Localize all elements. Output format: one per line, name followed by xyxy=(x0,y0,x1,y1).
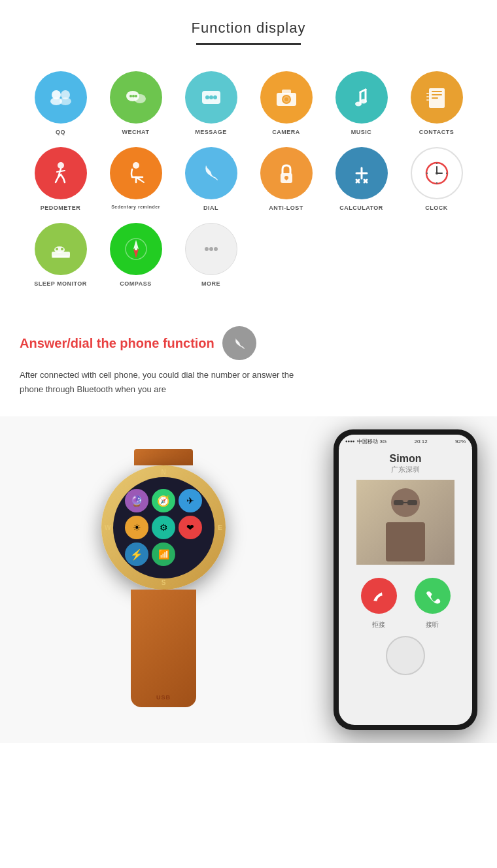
time-text: 20:12 xyxy=(415,439,428,444)
icon-item-wechat: WECHAT xyxy=(101,71,170,135)
svg-point-50 xyxy=(56,248,58,250)
icon-label-qq: QQ xyxy=(56,129,65,135)
svg-rect-26 xyxy=(426,96,429,97)
svg-point-8 xyxy=(135,95,137,97)
icon-circle-pedometer xyxy=(35,147,87,199)
icon-item-qq: QQ xyxy=(26,71,95,135)
dial-icon-circle xyxy=(222,326,256,360)
phone-screen: ●●●● 中国移动 3G 20:12 92% Simon 广东深圳 xyxy=(339,435,472,725)
svg-rect-23 xyxy=(432,94,442,95)
svg-rect-25 xyxy=(426,93,429,94)
icon-circle-camera xyxy=(260,71,313,124)
icon-item-clock: CLOCK xyxy=(402,147,471,211)
icons-grid: QQ WECHAT MESSAGE xyxy=(0,65,497,300)
icon-item-message: MESSAGE xyxy=(177,71,245,135)
svg-point-17 xyxy=(284,97,288,101)
svg-rect-22 xyxy=(432,91,442,92)
accept-button[interactable] xyxy=(415,578,451,614)
svg-point-57 xyxy=(209,247,213,251)
svg-point-11 xyxy=(209,95,213,99)
icon-item-calculator: CALCULATOR xyxy=(327,147,396,211)
dial-section: Answer/dial the phone function After con… xyxy=(0,300,497,410)
icon-label-calculator: CALCULATOR xyxy=(339,205,383,211)
product-section: N E S W 🔮 🧭 ✈ ☀ ⚙ ❤ ⚡ 📶 USB xyxy=(0,416,497,743)
icon-circle-more xyxy=(185,223,237,275)
icon-circle-qq xyxy=(35,71,87,124)
icon-label-contacts: CONTACTS xyxy=(419,129,454,135)
icon-circle-wechat xyxy=(110,71,162,124)
dial-title-row: Answer/dial the phone function xyxy=(20,326,477,360)
svg-point-3 xyxy=(60,97,71,105)
icon-label-clock: CLOCK xyxy=(425,205,448,211)
icon-label-message: MESSAGE xyxy=(195,129,227,135)
icon-circle-sedentary xyxy=(110,147,162,199)
svg-rect-48 xyxy=(52,256,70,258)
svg-rect-60 xyxy=(386,522,425,561)
svg-point-56 xyxy=(205,247,209,251)
icon-circle-dial xyxy=(185,147,237,199)
icon-label-more: MORE xyxy=(201,280,220,287)
title-underline xyxy=(196,43,301,45)
icon-item-more: MORE xyxy=(177,223,245,287)
caller-location: 广东深圳 xyxy=(339,465,472,475)
svg-point-10 xyxy=(205,95,209,99)
svg-point-28 xyxy=(58,162,64,169)
battery-text: 92% xyxy=(455,439,466,444)
svg-rect-62 xyxy=(407,500,417,505)
caller-avatar xyxy=(356,480,454,565)
watch-illustration: N E S W 🔮 🧭 ✈ ☀ ⚙ ❤ ⚡ 📶 USB xyxy=(33,429,294,730)
icon-item-sleep: SLEEP MONITOR xyxy=(26,223,95,287)
dial-title-text: Answer/dial the phone function xyxy=(20,336,214,351)
icon-circle-calculator xyxy=(335,147,388,199)
icon-label-dial: DIAL xyxy=(203,205,218,211)
svg-point-58 xyxy=(214,247,218,251)
section-title: Function display xyxy=(0,0,497,43)
icon-circle-contacts xyxy=(411,71,463,124)
icon-label-camera: CAMERA xyxy=(272,129,300,135)
svg-point-55 xyxy=(135,248,137,250)
dial-description: After connected with cell phone, you cou… xyxy=(20,368,314,397)
icon-item-pedometer: PEDOMETER xyxy=(26,147,95,211)
svg-point-29 xyxy=(133,162,139,169)
icon-label-antilost: ANTI-LOST xyxy=(269,205,303,211)
decline-button[interactable] xyxy=(361,578,397,614)
icon-circle-music xyxy=(335,71,388,124)
svg-point-12 xyxy=(213,95,217,99)
icon-circle-message xyxy=(185,71,237,124)
svg-point-42 xyxy=(436,172,438,175)
svg-point-20 xyxy=(360,99,367,104)
icon-label-sedentary: Sedentary reminder xyxy=(111,205,160,209)
function-display-section: Function display xyxy=(0,0,497,45)
caller-name: Simon xyxy=(339,453,472,465)
icon-circle-compass xyxy=(110,223,162,275)
svg-rect-32 xyxy=(286,177,287,180)
icon-item-camera: CAMERA xyxy=(252,71,320,135)
svg-rect-24 xyxy=(432,97,438,99)
svg-rect-27 xyxy=(426,99,429,101)
phone-status-bar: ●●●● 中国移动 3G 20:12 92% xyxy=(339,435,472,448)
accept-label: 接听 xyxy=(426,620,439,629)
icon-label-compass: COMPASS xyxy=(120,280,151,287)
svg-point-19 xyxy=(355,102,362,107)
home-button[interactable] xyxy=(386,636,425,675)
icon-item-contacts: CONTACTS xyxy=(402,71,471,135)
icon-item-dial: DIAL xyxy=(177,147,245,211)
icon-label-wechat: WECHAT xyxy=(122,129,150,135)
decline-label: 拒接 xyxy=(372,620,385,629)
svg-point-6 xyxy=(129,95,132,97)
svg-marker-53 xyxy=(133,240,139,249)
phone-buttons xyxy=(339,565,472,620)
svg-point-7 xyxy=(132,95,135,97)
icon-label-sleep: SLEEP MONITOR xyxy=(34,280,87,287)
phone-illustration: ●●●● 中国移动 3G 20:12 92% Simon 广东深圳 xyxy=(334,429,477,730)
svg-rect-61 xyxy=(394,500,403,505)
icon-label-pedometer: PEDOMETER xyxy=(41,205,81,211)
icon-item-antilost: ANTI-LOST xyxy=(252,147,320,211)
svg-point-18 xyxy=(290,94,293,97)
carrier-text: ●●●● 中国移动 3G xyxy=(345,438,386,445)
icon-circle-sleep xyxy=(35,223,87,275)
svg-marker-54 xyxy=(133,249,139,258)
icon-label-music: MUSIC xyxy=(351,129,372,135)
phone-btn-labels: 拒接 接听 xyxy=(339,620,472,629)
icon-item-music: MUSIC xyxy=(327,71,396,135)
